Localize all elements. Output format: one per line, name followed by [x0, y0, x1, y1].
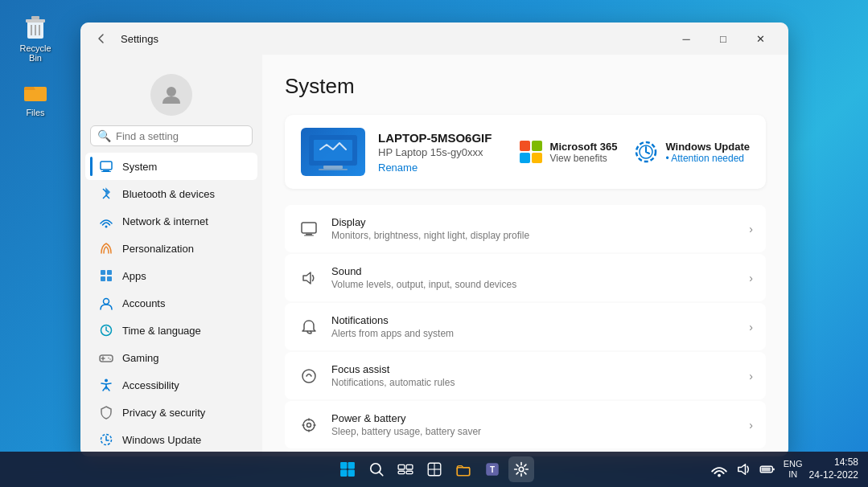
notifications-item[interactable]: Notifications Alerts from apps and syste…	[285, 303, 766, 350]
sidebar: 🔍 System	[80, 55, 262, 456]
device-name: LAPTOP-5MSO6GIF	[378, 131, 505, 145]
notifications-chevron: ›	[749, 321, 753, 334]
svg-point-23	[109, 358, 111, 360]
nav-label-apps: Apps	[122, 270, 146, 282]
svg-rect-1	[26, 19, 45, 23]
files-icon[interactable]: Files	[11, 72, 60, 121]
tray-time: 14:58	[809, 456, 858, 469]
nav-label-personalization: Personalization	[122, 243, 194, 255]
display-text: Display Monitors, brightness, night ligh…	[331, 216, 738, 241]
wu-text: Windows Update • Attention needed	[665, 141, 750, 164]
taskbar-search-button[interactable]	[364, 456, 389, 482]
tray-lang[interactable]: ENG IN	[784, 459, 803, 480]
device-card: LAPTOP-5MSO6GIF HP Laptop 15s-gy0xxx Ren…	[285, 115, 766, 189]
focus-assist-item[interactable]: Focus assist Notifications, automatic ru…	[285, 352, 766, 399]
svg-point-41	[307, 423, 311, 427]
ms365-card[interactable]: Microsoft 365 View benefits	[518, 139, 618, 165]
nav-label-gaming: Gaming	[122, 352, 159, 364]
nav-item-accessibility[interactable]: Accessibility	[85, 371, 257, 399]
notifications-title: Notifications	[331, 314, 738, 326]
taskbar-settings-button[interactable]	[508, 456, 534, 482]
search-icon: 🔍	[97, 129, 111, 142]
taskbar-tray: ENG IN 14:58 24-12-2022	[710, 456, 858, 481]
display-item[interactable]: Display Monitors, brightness, night ligh…	[285, 205, 766, 252]
gaming-icon	[98, 350, 114, 366]
ms365-icon	[518, 139, 544, 165]
ms365-subtitle: View benefits	[550, 153, 618, 164]
window-controls: ─ □ ✕	[668, 26, 779, 51]
tray-battery-icon[interactable]	[758, 460, 777, 479]
back-button[interactable]	[90, 27, 113, 50]
nav-label-bluetooth: Bluetooth & devices	[122, 188, 215, 200]
rename-link[interactable]: Rename	[378, 162, 505, 174]
windows-update-card-icon	[633, 139, 659, 165]
search-box[interactable]: 🔍	[90, 125, 253, 146]
svg-rect-64	[772, 469, 775, 471]
nav-item-apps[interactable]: Apps	[85, 262, 257, 289]
svg-rect-14	[107, 270, 112, 275]
nav-item-time-language[interactable]: Time & language	[85, 317, 257, 344]
sound-chevron: ›	[749, 272, 753, 284]
taskbar-widgets-button[interactable]	[422, 456, 447, 482]
taskbar: T	[0, 452, 868, 487]
svg-rect-45	[340, 462, 347, 469]
recycle-bin-icon[interactable]: Recycle Bin	[11, 8, 60, 66]
privacy-icon	[98, 404, 114, 420]
search-input[interactable]	[116, 130, 251, 142]
nav-item-bluetooth[interactable]: Bluetooth & devices	[85, 180, 257, 207]
nav-item-privacy-security[interactable]: Privacy & security	[85, 399, 257, 426]
svg-rect-13	[101, 270, 105, 275]
svg-rect-11	[101, 171, 111, 172]
taskbar-file-explorer-button[interactable]	[450, 456, 476, 482]
window-title: Settings	[121, 33, 158, 45]
taskbar-purple-app-button[interactable]: T	[479, 456, 505, 482]
svg-point-12	[105, 226, 108, 228]
tray-volume-icon[interactable]	[734, 460, 753, 479]
windows-update-card[interactable]: Windows Update • Attention needed	[633, 139, 750, 165]
taskbar-center: T	[335, 456, 534, 482]
svg-rect-9	[101, 162, 112, 170]
nav-item-windows-update[interactable]: Windows Update	[85, 426, 257, 453]
focus-assist-title: Focus assist	[331, 363, 738, 375]
personalization-icon	[98, 240, 114, 256]
minimize-button[interactable]: ─	[668, 26, 705, 51]
nav-item-gaming[interactable]: Gaming	[85, 344, 257, 371]
svg-rect-54	[406, 471, 413, 473]
svg-rect-28	[323, 166, 343, 169]
svg-point-24	[105, 379, 108, 383]
close-button[interactable]: ✕	[742, 26, 779, 51]
nav-label-windows-update: Windows Update	[122, 434, 201, 446]
title-bar: Settings ─ □ ✕	[80, 23, 788, 55]
svg-line-50	[379, 472, 382, 475]
power-battery-item[interactable]: Power & battery Sleep, battery usage, ba…	[285, 401, 766, 448]
power-battery-icon	[298, 414, 320, 436]
tray-network-icon[interactable]	[710, 460, 729, 479]
nav-item-personalization[interactable]: Personalization	[85, 235, 257, 262]
svg-rect-47	[340, 470, 347, 477]
start-button[interactable]	[335, 456, 360, 482]
svg-rect-53	[398, 471, 405, 473]
focus-assist-text: Focus assist Notifications, automatic ru…	[331, 363, 738, 388]
svg-rect-51	[398, 464, 405, 469]
power-battery-title: Power & battery	[331, 412, 738, 424]
svg-point-17	[104, 299, 109, 305]
nav-item-accounts[interactable]: Accounts	[85, 289, 257, 317]
nav-item-system[interactable]: System	[85, 153, 257, 180]
avatar[interactable]	[80, 61, 262, 125]
nav-label-network: Network & internet	[122, 215, 208, 227]
display-subtitle: Monitors, brightness, night light, displ…	[331, 230, 738, 241]
svg-point-39	[302, 370, 315, 383]
svg-rect-52	[406, 464, 413, 469]
tray-date: 24-12-2022	[809, 469, 858, 482]
time-language-icon	[98, 322, 114, 338]
settings-window: Settings ─ □ ✕	[80, 23, 788, 456]
wu-title: Windows Update	[665, 141, 750, 153]
svg-point-40	[303, 419, 315, 431]
tray-datetime[interactable]: 14:58 24-12-2022	[809, 456, 858, 481]
sound-item[interactable]: Sound Volume levels, output, input, soun…	[285, 254, 766, 301]
nav-item-network[interactable]: Network & internet	[85, 207, 257, 235]
taskbar-task-view-button[interactable]	[393, 456, 418, 482]
maximize-button[interactable]: □	[705, 26, 742, 51]
nav-label-accessibility: Accessibility	[122, 379, 179, 391]
svg-rect-48	[348, 470, 354, 477]
